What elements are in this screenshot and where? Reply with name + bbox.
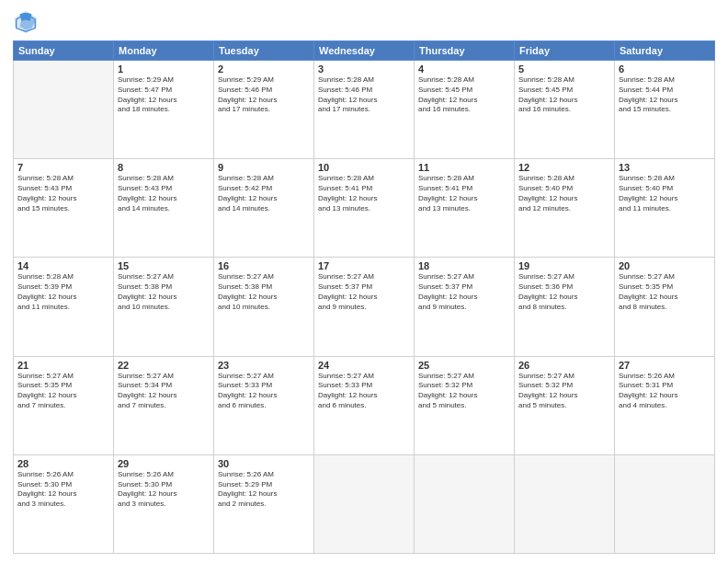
calendar-cell: 21Sunrise: 5:27 AM Sunset: 5:35 PM Dayli… xyxy=(14,356,114,454)
calendar-cell xyxy=(415,454,515,553)
header xyxy=(13,9,715,35)
day-info: Sunrise: 5:27 AM Sunset: 5:36 PM Dayligh… xyxy=(518,272,610,312)
calendar-cell xyxy=(515,454,615,553)
day-info: Sunrise: 5:27 AM Sunset: 5:37 PM Dayligh… xyxy=(418,272,510,312)
day-number: 14 xyxy=(17,260,109,271)
day-number: 28 xyxy=(17,458,109,469)
calendar-cell: 2Sunrise: 5:29 AM Sunset: 5:46 PM Daylig… xyxy=(214,61,314,159)
day-number: 27 xyxy=(619,360,711,371)
day-number: 9 xyxy=(218,162,310,173)
weekday-saturday: Saturday xyxy=(615,41,715,61)
day-info: Sunrise: 5:28 AM Sunset: 5:45 PM Dayligh… xyxy=(418,75,510,115)
calendar-cell: 10Sunrise: 5:28 AM Sunset: 5:41 PM Dayli… xyxy=(314,159,415,258)
day-number: 8 xyxy=(118,162,210,173)
calendar-cell: 15Sunrise: 5:27 AM Sunset: 5:38 PM Dayli… xyxy=(114,258,214,356)
weekday-friday: Friday xyxy=(515,41,615,61)
day-number: 24 xyxy=(318,360,410,371)
day-info: Sunrise: 5:28 AM Sunset: 5:40 PM Dayligh… xyxy=(518,174,610,213)
day-info: Sunrise: 5:27 AM Sunset: 5:37 PM Dayligh… xyxy=(318,272,410,312)
calendar-cell: 27Sunrise: 5:26 AM Sunset: 5:31 PM Dayli… xyxy=(615,356,715,454)
day-number: 10 xyxy=(318,162,410,173)
calendar-cell xyxy=(615,454,715,553)
weekday-monday: Monday xyxy=(114,41,214,61)
calendar-week-0: 1Sunrise: 5:29 AM Sunset: 5:47 PM Daylig… xyxy=(14,61,715,159)
calendar-cell: 1Sunrise: 5:29 AM Sunset: 5:47 PM Daylig… xyxy=(114,61,214,159)
day-number: 25 xyxy=(418,360,510,371)
day-number: 13 xyxy=(619,162,711,173)
calendar-table: SundayMondayTuesdayWednesdayThursdayFrid… xyxy=(13,40,715,554)
day-info: Sunrise: 5:27 AM Sunset: 5:34 PM Dayligh… xyxy=(118,372,210,411)
calendar-cell: 4Sunrise: 5:28 AM Sunset: 5:45 PM Daylig… xyxy=(415,61,515,159)
day-number: 1 xyxy=(118,63,210,75)
calendar-cell: 8Sunrise: 5:28 AM Sunset: 5:43 PM Daylig… xyxy=(114,159,214,258)
day-info: Sunrise: 5:27 AM Sunset: 5:32 PM Dayligh… xyxy=(518,372,610,411)
day-info: Sunrise: 5:28 AM Sunset: 5:41 PM Dayligh… xyxy=(318,174,410,213)
calendar-cell: 23Sunrise: 5:27 AM Sunset: 5:33 PM Dayli… xyxy=(214,356,314,454)
day-info: Sunrise: 5:28 AM Sunset: 5:39 PM Dayligh… xyxy=(17,272,109,312)
day-number: 20 xyxy=(619,260,711,271)
calendar-cell: 17Sunrise: 5:27 AM Sunset: 5:37 PM Dayli… xyxy=(314,258,415,356)
day-number: 17 xyxy=(318,260,410,271)
calendar-cell: 16Sunrise: 5:27 AM Sunset: 5:38 PM Dayli… xyxy=(214,258,314,356)
day-info: Sunrise: 5:28 AM Sunset: 5:44 PM Dayligh… xyxy=(619,75,711,115)
calendar-cell: 7Sunrise: 5:28 AM Sunset: 5:43 PM Daylig… xyxy=(14,159,114,258)
weekday-thursday: Thursday xyxy=(415,41,515,61)
calendar-week-3: 21Sunrise: 5:27 AM Sunset: 5:35 PM Dayli… xyxy=(14,356,715,454)
day-number: 2 xyxy=(218,63,310,75)
day-info: Sunrise: 5:29 AM Sunset: 5:47 PM Dayligh… xyxy=(118,75,210,115)
day-number: 18 xyxy=(418,260,510,271)
day-info: Sunrise: 5:26 AM Sunset: 5:30 PM Dayligh… xyxy=(17,470,109,510)
calendar-cell xyxy=(314,454,415,553)
weekday-tuesday: Tuesday xyxy=(214,41,314,61)
calendar-cell: 12Sunrise: 5:28 AM Sunset: 5:40 PM Dayli… xyxy=(515,159,615,258)
day-info: Sunrise: 5:28 AM Sunset: 5:43 PM Dayligh… xyxy=(118,174,210,213)
day-number: 16 xyxy=(218,260,310,271)
day-number: 4 xyxy=(418,63,510,75)
day-number: 5 xyxy=(518,63,610,75)
calendar-cell: 9Sunrise: 5:28 AM Sunset: 5:42 PM Daylig… xyxy=(214,159,314,258)
day-info: Sunrise: 5:29 AM Sunset: 5:46 PM Dayligh… xyxy=(218,75,310,115)
day-info: Sunrise: 5:27 AM Sunset: 5:38 PM Dayligh… xyxy=(218,272,310,312)
day-number: 6 xyxy=(619,63,711,75)
weekday-wednesday: Wednesday xyxy=(314,41,415,61)
weekday-header-row: SundayMondayTuesdayWednesdayThursdayFrid… xyxy=(14,41,715,61)
day-info: Sunrise: 5:28 AM Sunset: 5:46 PM Dayligh… xyxy=(318,75,410,115)
day-info: Sunrise: 5:27 AM Sunset: 5:32 PM Dayligh… xyxy=(418,372,510,411)
day-info: Sunrise: 5:26 AM Sunset: 5:29 PM Dayligh… xyxy=(218,470,310,510)
logo-icon xyxy=(13,9,39,35)
calendar-cell: 11Sunrise: 5:28 AM Sunset: 5:41 PM Dayli… xyxy=(415,159,515,258)
calendar-week-4: 28Sunrise: 5:26 AM Sunset: 5:30 PM Dayli… xyxy=(14,454,715,553)
calendar-cell: 30Sunrise: 5:26 AM Sunset: 5:29 PM Dayli… xyxy=(214,454,314,553)
day-info: Sunrise: 5:26 AM Sunset: 5:30 PM Dayligh… xyxy=(118,470,210,510)
calendar-cell: 26Sunrise: 5:27 AM Sunset: 5:32 PM Dayli… xyxy=(515,356,615,454)
calendar-cell: 18Sunrise: 5:27 AM Sunset: 5:37 PM Dayli… xyxy=(415,258,515,356)
calendar-cell xyxy=(14,61,114,159)
day-number: 7 xyxy=(17,162,109,173)
day-info: Sunrise: 5:27 AM Sunset: 5:33 PM Dayligh… xyxy=(218,372,310,411)
logo xyxy=(13,9,42,35)
day-info: Sunrise: 5:27 AM Sunset: 5:38 PM Dayligh… xyxy=(118,272,210,312)
calendar-cell: 13Sunrise: 5:28 AM Sunset: 5:40 PM Dayli… xyxy=(615,159,715,258)
calendar-cell: 22Sunrise: 5:27 AM Sunset: 5:34 PM Dayli… xyxy=(114,356,214,454)
calendar-week-2: 14Sunrise: 5:28 AM Sunset: 5:39 PM Dayli… xyxy=(14,258,715,356)
calendar-cell: 28Sunrise: 5:26 AM Sunset: 5:30 PM Dayli… xyxy=(14,454,114,553)
calendar-cell: 6Sunrise: 5:28 AM Sunset: 5:44 PM Daylig… xyxy=(615,61,715,159)
day-number: 30 xyxy=(218,458,310,469)
day-info: Sunrise: 5:27 AM Sunset: 5:35 PM Dayligh… xyxy=(619,272,711,312)
calendar-cell: 3Sunrise: 5:28 AM Sunset: 5:46 PM Daylig… xyxy=(314,61,415,159)
day-info: Sunrise: 5:28 AM Sunset: 5:42 PM Dayligh… xyxy=(218,174,310,213)
day-number: 19 xyxy=(518,260,610,271)
day-number: 29 xyxy=(118,458,210,469)
day-number: 22 xyxy=(118,360,210,371)
calendar-cell: 24Sunrise: 5:27 AM Sunset: 5:33 PM Dayli… xyxy=(314,356,415,454)
day-number: 23 xyxy=(218,360,310,371)
day-number: 12 xyxy=(518,162,610,173)
calendar-cell: 25Sunrise: 5:27 AM Sunset: 5:32 PM Dayli… xyxy=(415,356,515,454)
day-number: 26 xyxy=(518,360,610,371)
day-info: Sunrise: 5:28 AM Sunset: 5:45 PM Dayligh… xyxy=(518,75,610,115)
day-info: Sunrise: 5:27 AM Sunset: 5:33 PM Dayligh… xyxy=(318,372,410,411)
calendar-week-1: 7Sunrise: 5:28 AM Sunset: 5:43 PM Daylig… xyxy=(14,159,715,258)
day-info: Sunrise: 5:28 AM Sunset: 5:43 PM Dayligh… xyxy=(17,174,109,213)
day-info: Sunrise: 5:27 AM Sunset: 5:35 PM Dayligh… xyxy=(17,372,109,411)
day-number: 3 xyxy=(318,63,410,75)
